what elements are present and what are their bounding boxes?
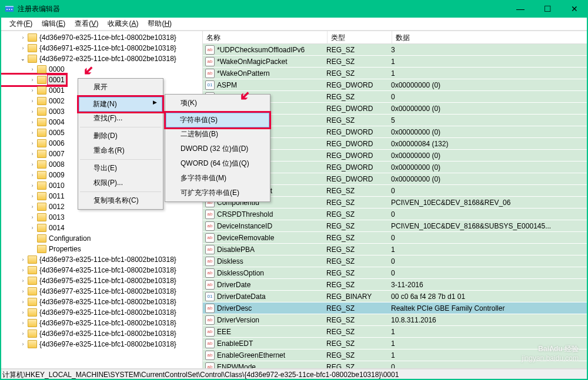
expand-icon[interactable]: ›: [19, 277, 26, 284]
ctx-new-expand[interactable]: 可扩充字符串值(E): [166, 186, 269, 200]
expand-icon[interactable]: ›: [29, 108, 36, 115]
expand-icon[interactable]: ›: [19, 341, 26, 348]
expand-icon[interactable]: ›: [29, 129, 36, 136]
maximize-button[interactable]: ☐: [534, 0, 561, 18]
tree-item[interactable]: ›0014: [1, 223, 202, 233]
list-row[interactable]: abDriverVersionREG_SZ10.8.311.2016: [203, 314, 587, 326]
value-type: REG_SZ: [326, 269, 391, 277]
ctx-permissions[interactable]: 权限(P)...: [79, 176, 162, 190]
col-type[interactable]: 类型: [328, 31, 392, 43]
value-type: REG_BINARY: [326, 292, 391, 301]
ctx-new[interactable]: 新建(N)▶: [79, 97, 162, 112]
menu-help[interactable]: 帮助(H): [143, 18, 176, 30]
ctx-rename[interactable]: 重命名(R): [79, 143, 162, 158]
ctx-delete[interactable]: 删除(D): [79, 129, 162, 143]
expand-icon[interactable]: ›: [29, 224, 36, 231]
list-row[interactable]: ab*WakeOnPatternREG_SZ1: [203, 68, 587, 79]
expand-icon[interactable]: ›: [19, 267, 26, 274]
list-row[interactable]: abENPWModeREG_SZ0: [203, 361, 587, 368]
list-row[interactable]: abDriverDescREG_SZRealtek PCIe GBE Famil…: [203, 302, 587, 314]
ctx-new-multi[interactable]: 多字符串值(M): [166, 171, 269, 186]
ctx-new-dword[interactable]: DWORD (32 位)值(D): [166, 142, 269, 156]
expand-icon[interactable]: ›: [29, 203, 36, 210]
expand-icon[interactable]: ⌄: [19, 55, 26, 62]
tree-item[interactable]: ›0013: [1, 212, 202, 223]
col-name[interactable]: 名称: [203, 31, 328, 43]
tree-item[interactable]: ›{4d36e973-e325-11ce-bfc1-08002be10318}: [1, 254, 202, 265]
list-row[interactable]: abDeviceInstanceIDREG_SZPCI\VEN_10EC&DEV…: [203, 220, 587, 232]
expand-icon[interactable]: ›: [29, 214, 36, 221]
tree-item[interactable]: ›0000: [1, 64, 202, 75]
expand-icon[interactable]: ›: [19, 320, 26, 327]
expand-icon[interactable]: ›: [29, 182, 36, 189]
expand-icon[interactable]: ›: [29, 119, 36, 126]
list-row[interactable]: abDisklessOptionREG_SZ0: [203, 267, 587, 279]
ctx-export[interactable]: 导出(E): [79, 161, 162, 176]
context-menu-main[interactable]: 展开 新建(N)▶ 查找(F)... 删除(D) 重命名(R) 导出(E) 权限…: [78, 78, 163, 210]
expand-icon[interactable]: ›: [29, 193, 36, 200]
expand-icon[interactable]: [29, 235, 36, 242]
tree-item[interactable]: ›{4d36e978-e325-11ce-bfc1-08002be10318}: [1, 297, 202, 307]
expand-icon[interactable]: ›: [19, 298, 26, 305]
tree-item[interactable]: ›{4d36e979-e325-11ce-bfc1-08002be10318}: [1, 307, 202, 318]
ctx-new-key[interactable]: 项(K): [166, 96, 269, 110]
value-data: 0x00000000 (0): [391, 163, 587, 171]
expand-icon[interactable]: ›: [29, 76, 36, 83]
tree-item[interactable]: ›{4d36e974-e325-11ce-bfc1-08002be10318}: [1, 265, 202, 275]
tree-label: 0007: [48, 149, 66, 159]
menu-favorites[interactable]: 收藏夹(A): [103, 18, 143, 30]
list-row[interactable]: abDisklessREG_SZ0: [203, 255, 587, 267]
close-button[interactable]: ✕: [561, 0, 588, 18]
tree-item[interactable]: ›{4d36e97e-e325-11ce-bfc1-08002be10318}: [1, 339, 202, 349]
list-row[interactable]: abEnableEDTREG_SZ1: [203, 338, 587, 349]
list-row[interactable]: abDeviceRemovableREG_SZ0: [203, 232, 587, 244]
list-row[interactable]: ab*UDPChecksumOffloadIPv6REG_SZ3: [203, 44, 587, 56]
expand-icon[interactable]: ›: [19, 288, 26, 295]
list-row[interactable]: ab*WakeOnMagicPacketREG_SZ1: [203, 56, 587, 68]
minimize-button[interactable]: —: [507, 0, 534, 18]
ctx-new-binary[interactable]: 二进制值(B): [166, 127, 269, 142]
list-body[interactable]: ab*UDPChecksumOffloadIPv6REG_SZ3ab*WakeO…: [203, 44, 587, 368]
list-row[interactable]: abEnableGreenEthernetREG_SZ1: [203, 349, 587, 361]
tree-item[interactable]: Properties: [1, 244, 202, 254]
expand-icon[interactable]: ›: [19, 256, 26, 263]
expand-icon[interactable]: ›: [29, 97, 36, 105]
expand-icon[interactable]: ›: [19, 45, 26, 52]
tree-item[interactable]: ›0001: [1, 75, 66, 85]
expand-icon[interactable]: ›: [19, 309, 26, 316]
tree-item[interactable]: ›{4d36e971-e325-11ce-bfc1-08002be10318}: [1, 43, 202, 53]
list-row[interactable]: abDisablePBAREG_SZ1: [203, 244, 587, 255]
list-row[interactable]: abDriverDateREG_SZ3-11-2016: [203, 279, 587, 291]
tree-item[interactable]: ›{4d36e970-e325-11ce-bfc1-08002be10318}: [1, 32, 202, 43]
col-data[interactable]: 数据: [392, 31, 587, 43]
context-menu-new[interactable]: 项(K) 字符串值(S) 二进制值(B) DWORD (32 位)值(D) QW…: [165, 94, 270, 202]
expand-icon[interactable]: ›: [29, 161, 36, 168]
tree-item[interactable]: ›{4d36e977-e325-11ce-bfc1-08002be10318}: [1, 286, 202, 297]
expand-icon[interactable]: ›: [29, 140, 36, 147]
expand-icon[interactable]: ›: [29, 87, 36, 94]
tree-item[interactable]: ›{4d36e975-e325-11ce-bfc1-08002be10318}: [1, 275, 202, 286]
expand-icon[interactable]: ›: [29, 171, 36, 179]
ctx-copy-name[interactable]: 复制项名称(C): [79, 193, 162, 208]
ctx-expand[interactable]: 展开: [79, 80, 162, 95]
list-row[interactable]: 01DriverDateDataREG_BINARY00 c0 6a f4 28…: [203, 291, 587, 302]
list-row[interactable]: abCRSPDThresholdREG_SZ0: [203, 209, 587, 220]
list-row[interactable]: 01ASPMREG_DWORD0x00000000 (0): [203, 79, 587, 91]
ctx-new-qword[interactable]: QWORD (64 位)值(Q): [166, 156, 269, 171]
tree-item[interactable]: ›{4d36e97b-e325-11ce-bfc1-08002be10318}: [1, 318, 202, 328]
ctx-find[interactable]: 查找(F)...: [79, 111, 162, 126]
expand-icon[interactable]: ›: [29, 150, 36, 157]
expand-icon[interactable]: ›: [29, 66, 36, 73]
tree-item[interactable]: ›{4d36e97d-e325-11ce-bfc1-08002be10318}: [1, 328, 202, 339]
expand-icon[interactable]: ›: [19, 34, 26, 41]
menu-edit[interactable]: 编辑(E): [37, 18, 70, 30]
expand-icon[interactable]: [29, 246, 36, 253]
list-row[interactable]: abEEEREG_SZ1: [203, 326, 587, 338]
menu-file[interactable]: 文件(F): [5, 18, 37, 30]
tree-label: {4d36e974-e325-11ce-bfc1-08002be10318}: [38, 265, 178, 275]
tree-item[interactable]: ⌄{4d36e972-e325-11ce-bfc1-08002be10318}: [1, 53, 202, 64]
ctx-new-string[interactable]: 字符串值(S): [166, 113, 269, 127]
tree-item[interactable]: Configuration: [1, 233, 202, 244]
menu-view[interactable]: 查看(V): [70, 18, 103, 30]
expand-icon[interactable]: ›: [19, 330, 26, 337]
